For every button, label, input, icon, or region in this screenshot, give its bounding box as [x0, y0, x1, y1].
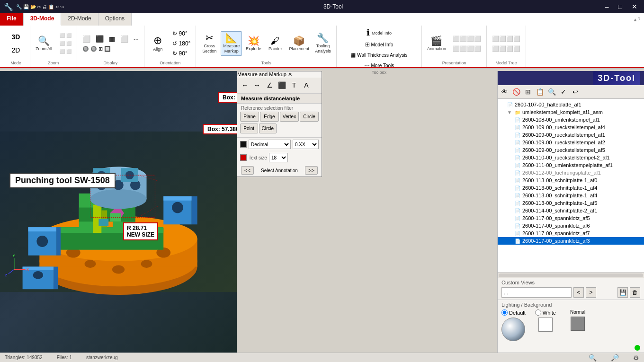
measure-tool-4[interactable]: ⬛ [276, 79, 287, 91]
ann-next-btn[interactable]: >> [305, 166, 318, 175]
wall-thickness-button[interactable]: ▦ Wall Thickness Analysis [348, 50, 410, 60]
tab-options[interactable]: Options [98, 13, 132, 26]
tree-item-8[interactable]: 📄 2600-110-00_rueckstellstempel-2_af1 [498, 154, 644, 161]
tree-item-4[interactable]: 📄 2600-109-00_rueckstellstempel_af4 [498, 124, 644, 131]
explode-button[interactable]: 💥 Explode [243, 34, 264, 53]
tree-item-19[interactable]: 📄 2600-117-00_spannklotz_af3 [498, 237, 644, 245]
measure-tool-1[interactable]: ← [239, 79, 250, 91]
tree-item-18[interactable]: 📄 2600-117-00_spannklotz_af7 [498, 230, 644, 237]
tree-item-11[interactable]: 📄 2600-113-00_schnittplatte-1_af0 [498, 177, 644, 184]
ref-circle-btn[interactable]: Circle [300, 112, 319, 122]
ref-plane-btn[interactable]: Plane [240, 112, 259, 122]
tree-item-16[interactable]: 📄 2600-117-00_spannklotz_af5 [498, 214, 644, 222]
tooling-analysis-button[interactable]: 🔧 ToolingAnalysis [313, 31, 333, 56]
cross-section-button[interactable]: ✂ CrossSection [199, 31, 220, 56]
ref-circle2-btn[interactable]: Circle [259, 124, 277, 133]
zoom-btn-1[interactable]: ⬜ ⬜ [57, 32, 74, 39]
measure-panel-close[interactable]: ✕ [288, 71, 292, 77]
ref-point-btn[interactable]: Point [240, 124, 258, 133]
pres-btn-1[interactable]: ⬜⬜⬜⬜ [450, 34, 483, 44]
tree-hscrollbar[interactable] [498, 272, 644, 278]
mode-3d-button[interactable]: 3D [8, 31, 25, 43]
tree-item-2[interactable]: ▼ 📁 umlenkstempel_komplett_af1_asm [498, 108, 644, 116]
ribbon-group-mode: 3D 2D Mode [2, 26, 30, 67]
ref-edge-btn[interactable]: Edge [260, 112, 279, 122]
animation-button[interactable]: 🎬 Animation [425, 34, 448, 53]
tree-item-1[interactable]: 📄 2600-107-00_halteplatte_af1 [498, 101, 644, 108]
format-value-select[interactable]: 0.XX [293, 140, 319, 149]
tree-item-6[interactable]: 📄 2600-109-00_rueckstellstempel_af2 [498, 139, 644, 146]
cv-prev-btn[interactable]: < [573, 287, 584, 298]
lighting-white-radio[interactable] [535, 309, 541, 316]
tree-item-17[interactable]: 📄 2600-117-00_spannklotz_af6 [498, 222, 644, 230]
zoom-btn-2[interactable]: ⬜ ⬜ [57, 40, 74, 47]
tree-item-15[interactable]: 📄 2600-114-00_schnittplatte-2_af1 [498, 207, 644, 214]
view-btn-2[interactable]: 🚫 [510, 86, 522, 97]
orient-btn-1[interactable]: ↻ 90° [170, 29, 193, 38]
model-info-button[interactable]: ℹ Model Info [364, 26, 394, 39]
view-btn-5[interactable]: 🔍 [546, 86, 557, 97]
zoom-btn-3[interactable]: ⬜ ⬜ [57, 48, 74, 55]
lighting-globe[interactable] [501, 318, 525, 341]
measure-tool-3[interactable]: ∠ [264, 79, 275, 91]
tab-3dmode[interactable]: 3D-Mode [24, 13, 62, 26]
color-picker[interactable] [240, 141, 247, 148]
normal-swatch[interactable] [571, 317, 585, 331]
tree-item-9[interactable]: 📄 2600-111-00_umlenkstempelplatte_af1 [498, 161, 644, 169]
measure-markup-button[interactable]: 📐 MeasureMarkup [221, 31, 242, 56]
viewport[interactable]: X Y Z Punching tool SW-1508 Box: 57.380 … [0, 71, 237, 353]
statusbar-icon-3[interactable]: ⚙ [633, 354, 639, 362]
ann-prev-btn[interactable]: << [241, 166, 254, 175]
tree-btn-2[interactable]: ⬜⬜⬜⬜ [490, 44, 523, 53]
placement-button[interactable]: 📦 Placement [286, 34, 312, 53]
tree-item-13[interactable]: 📄 2600-113-00_schnittplatte-1_af4 [498, 192, 644, 199]
custom-views-input[interactable] [501, 287, 572, 298]
orient-btn-2[interactable]: ↺ 180° [170, 39, 193, 48]
painter-button[interactable]: 🖌 Painter [265, 34, 286, 53]
cv-save-btn[interactable]: 💾 [617, 287, 628, 298]
pres-btn-2[interactable]: ⬜⬜⬜⬜ [450, 44, 483, 53]
view-btn-1[interactable]: 👁 [499, 86, 510, 97]
orient-btn-3[interactable]: ↻ 90° [170, 49, 193, 58]
tree-item-14[interactable]: 📄 2600-113-00_schnittplatte-1_af5 [498, 199, 644, 207]
lighting-default-radio[interactable] [501, 309, 508, 316]
tree-item-12[interactable]: 📄 2600-113-00_schnittplatte-1_af4 [498, 184, 644, 192]
tab-2dmode[interactable]: 2D-Mode [61, 13, 98, 26]
model-compare-button[interactable]: ⊞ Model Info [363, 40, 396, 49]
statusbar-icon-2[interactable]: 🔎 [611, 354, 619, 362]
zoom-all-button[interactable]: 🔍 Zoom All [33, 34, 54, 53]
tree-item-3[interactable]: 📄 2600-108-00_umlenkstempel_af1 [498, 116, 644, 124]
tab-file[interactable]: File [0, 13, 24, 26]
statusbar-icon-1[interactable]: 🔍 [589, 354, 597, 362]
view-btn-3[interactable]: ⊞ [522, 86, 534, 97]
tree-item-5[interactable]: 📄 2600-109-00_rueckstellstempel_af1 [498, 131, 644, 139]
maximize-button[interactable]: □ [616, 2, 625, 11]
display-btn-1[interactable]: ⬜ [80, 34, 93, 44]
display-btn-6[interactable]: 🔘 🔘 ⊞ 🔲 [80, 44, 113, 53]
view-btn-7[interactable]: ↩ [570, 86, 581, 97]
decimal-select[interactable]: Decimal [249, 140, 291, 149]
view-btn-6[interactable]: ✓ [558, 86, 569, 97]
close-button[interactable]: ✕ [629, 2, 640, 11]
text-color-picker[interactable] [240, 154, 247, 161]
display-btn-2[interactable]: ⬛ [93, 34, 106, 44]
minimize-button[interactable]: – [602, 2, 612, 11]
mode-2d-button[interactable]: 2D [8, 44, 25, 56]
display-btn-3[interactable]: ▦ [107, 34, 117, 44]
measure-tool-6[interactable]: A [301, 79, 312, 91]
tree-item-7[interactable]: 📄 2600-109-00_rueckstellstempel_af5 [498, 146, 644, 154]
tree-item-10[interactable]: 📄 2600-112-00_fuehrungsplatte_af1 [498, 169, 644, 177]
textsize-select[interactable]: 18 [269, 153, 288, 162]
white-swatch[interactable] [538, 318, 553, 332]
display-btn-5[interactable]: ··· [131, 34, 142, 44]
view-btn-4[interactable]: 📋 [534, 86, 546, 97]
tree-btn-1[interactable]: ⬜⬜⬜⬜ [490, 34, 523, 44]
ref-vertex-btn[interactable]: Vertex [280, 112, 299, 122]
cv-delete-btn[interactable]: 🗑 [630, 287, 640, 298]
measure-tool-2[interactable]: ↔ [251, 79, 263, 91]
cv-next-btn[interactable]: > [586, 287, 596, 298]
align-button[interactable]: ⊕ Align [147, 34, 168, 54]
display-btn-4[interactable]: ⬜ [118, 34, 131, 44]
more-tools-button[interactable]: ⋯ More Tools [362, 61, 397, 70]
measure-tool-5[interactable]: T [288, 79, 300, 91]
